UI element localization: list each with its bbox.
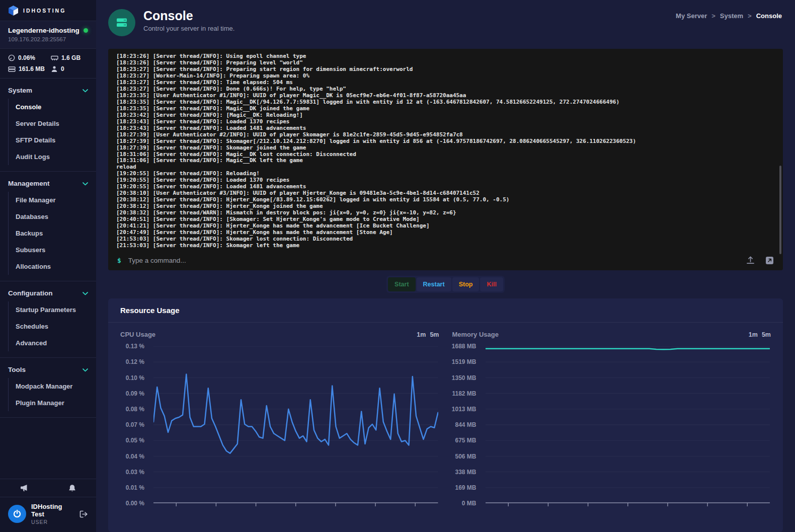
sidebar-item-subusers[interactable]: Subusers <box>9 242 96 258</box>
console-log-line: [18:23:42] [Server thread/INFO]: [Magic_… <box>116 112 775 119</box>
y-axis-label: 0.03 % <box>126 469 144 476</box>
sidebar-item-file-manager[interactable]: File Manager <box>9 192 96 208</box>
sidebar-item-advanced[interactable]: Advanced <box>9 335 96 351</box>
y-axis-label: 338 MB <box>455 469 476 476</box>
nav-section-header-management[interactable]: Management <box>0 176 96 191</box>
chevron-down-icon <box>83 180 88 187</box>
logout-icon[interactable] <box>80 510 88 518</box>
sidebar-item-audit-logs[interactable]: Audit Logs <box>9 148 96 165</box>
console-log-line: [18:23:43] [Server thread/INFO]: Loaded … <box>116 125 775 132</box>
sidebar-item-server-details[interactable]: Server Details <box>9 115 96 132</box>
upload-icon[interactable] <box>746 256 755 265</box>
disk-icon <box>8 65 16 72</box>
page-title: Console <box>143 9 234 23</box>
nav-section-label: Configuration <box>8 289 52 297</box>
y-axis-label: 675 MB <box>455 437 476 444</box>
megaphone-icon[interactable] <box>20 484 29 492</box>
console-log-line: [18:27:39] [Server thread/INFO]: Skomage… <box>116 138 775 145</box>
restart-button[interactable]: Restart <box>417 277 451 291</box>
page-header: Console Control your server in real time… <box>96 0 795 49</box>
y-axis-label: 0.12 % <box>126 358 144 365</box>
resource-usage-panel: Resource Usage CPU Usage 1m5m 0.13 %0.12… <box>108 298 783 532</box>
brand-name: IDHOSTING <box>23 8 66 14</box>
console-log-line: [20:47:49] [Server thread/INFO]: Hjerter… <box>116 230 775 236</box>
cpu-stat-value: 0.06% <box>18 54 35 61</box>
sidebar-item-plugin-manager[interactable]: Plugin Manager <box>9 395 96 411</box>
breadcrumb: My Server>System>Console <box>676 12 782 20</box>
y-axis-label: 844 MB <box>455 421 476 428</box>
y-axis-label: 1519 MB <box>452 358 476 365</box>
console-log-line: [18:23:35] [Server thread/INFO]: Magic__… <box>116 99 775 106</box>
sidebar-item-backups[interactable]: Backups <box>9 225 96 242</box>
y-axis-labels: 1688 MB1519 MB1350 MB1182 MB1013 MB844 M… <box>452 346 480 512</box>
nav-group-configuration: Startup ParametersSchedulesAdvanced <box>8 301 96 351</box>
nav-section-system: SystemConsoleServer DetailsSFTP DetailsA… <box>0 79 96 172</box>
y-axis-label: 0.04 % <box>126 453 144 460</box>
charts-row: CPU Usage 1m5m 0.13 %0.12 %0.10 %0.09 %0… <box>108 323 783 512</box>
y-axis-label: 1013 MB <box>452 406 476 413</box>
sidebar-item-modpack-manager[interactable]: Modpack Manager <box>9 378 96 395</box>
y-axis-label: 169 MB <box>455 484 476 491</box>
sidebar-item-startup-parameters[interactable]: Startup Parameters <box>9 301 96 318</box>
chart-title: CPU Usage <box>120 331 155 338</box>
memory-usage-chart: Memory Usage 1m5m 1688 MB1519 MB1350 MB1… <box>452 331 771 512</box>
console-log-line: [18:31:06] [Server thread/INFO]: Magic__… <box>116 158 775 164</box>
disk-stat-value: 161.6 MB <box>19 65 45 72</box>
nav-section-header-configuration[interactable]: Configuration <box>0 286 96 300</box>
power-controls: StartRestartStopKill <box>96 276 795 293</box>
console-page-icon <box>108 9 135 36</box>
y-axis-label: 1182 MB <box>452 390 476 397</box>
y-axis-label: 0.13 % <box>126 343 144 350</box>
nav-section-header-system[interactable]: System <box>0 83 96 98</box>
chart-range-toggle: 1m5m <box>417 331 439 338</box>
open-external-icon[interactable] <box>765 256 774 265</box>
server-ip: 109.176.202.28:25567 <box>8 36 88 42</box>
brand-logo[interactable]: IDHOSTING <box>0 0 96 21</box>
y-axis-label: 1688 MB <box>452 343 476 350</box>
breadcrumb-item-console: Console <box>756 12 782 20</box>
nav-section-label: Tools <box>8 366 26 373</box>
console-log[interactable]: [18:23:26] [Server thread/INFO]: Using e… <box>108 49 783 250</box>
players-stat-value: 0 <box>61 65 64 72</box>
console-scrollbar[interactable] <box>779 166 781 254</box>
y-axis-label: 0.10 % <box>126 374 144 382</box>
sidebar-item-console[interactable]: Console <box>9 99 96 115</box>
sidebar-item-databases[interactable]: Databases <box>9 208 96 225</box>
breadcrumb-item-system[interactable]: System <box>720 12 743 20</box>
sidebar-nav: SystemConsoleServer DetailsSFTP DetailsA… <box>0 79 96 479</box>
bell-icon[interactable] <box>68 484 76 492</box>
range-5m[interactable]: 5m <box>430 331 439 338</box>
resource-usage-title: Resource Usage <box>108 298 783 323</box>
breadcrumb-separator: > <box>748 12 752 20</box>
y-axis-labels: 0.13 %0.12 %0.10 %0.09 %0.08 %0.07 %0.05… <box>120 346 147 512</box>
power-button-group: StartRestartStopKill <box>386 276 505 293</box>
console-log-line: [18:27:39] [User Authenticator #2/INFO]:… <box>116 132 775 138</box>
console-log-line: [18:23:35] [Server thread/INFO]: Magic__… <box>116 106 775 112</box>
sidebar-footer: IDHosting Test USER <box>0 479 96 532</box>
range-1m[interactable]: 1m <box>417 331 426 338</box>
sidebar-item-sftp-details[interactable]: SFTP Details <box>9 132 96 148</box>
range-5m[interactable]: 5m <box>762 331 771 338</box>
nav-group-management: File ManagerDatabasesBackupsSubusersAllo… <box>8 192 96 275</box>
range-1m[interactable]: 1m <box>749 331 758 338</box>
sidebar-item-allocations[interactable]: Allocations <box>9 258 96 275</box>
console-log-line: [21:53:03] [Server thread/INFO]: Skomage… <box>116 236 775 243</box>
nav-section-tools: ToolsModpack ManagerPlugin Manager <box>0 358 96 418</box>
breadcrumb-item-my-server[interactable]: My Server <box>676 12 707 20</box>
chart-title: Memory Usage <box>452 331 499 338</box>
kill-button[interactable]: Kill <box>480 277 503 291</box>
cpu-gauge-icon <box>8 54 15 61</box>
players-stat: 0 <box>51 65 88 72</box>
stop-button[interactable]: Stop <box>452 277 480 291</box>
memory-stat-value: 1.6 GB <box>61 54 81 61</box>
avatar[interactable] <box>8 505 26 523</box>
y-axis-label: 0.01 % <box>126 484 144 491</box>
sidebar: IDHOSTING Legenderne-idhosting 109.176.2… <box>0 0 96 532</box>
sidebar-item-schedules[interactable]: Schedules <box>9 318 96 335</box>
command-input[interactable] <box>128 257 739 264</box>
nav-section-header-tools[interactable]: Tools <box>0 362 96 377</box>
chevron-down-icon <box>83 289 88 297</box>
chart-range-toggle: 1m5m <box>749 331 771 338</box>
user-role: USER <box>31 519 74 525</box>
brand-cube-icon <box>8 5 19 16</box>
